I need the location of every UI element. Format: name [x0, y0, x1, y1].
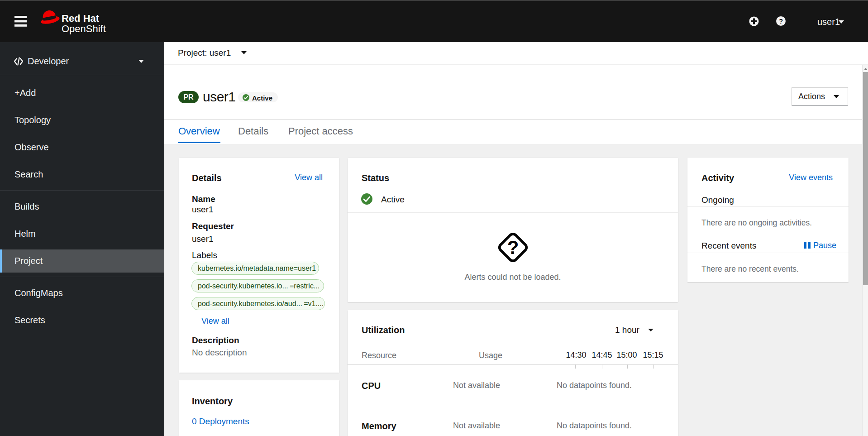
- svg-text:?: ?: [507, 237, 519, 258]
- svg-text:?: ?: [779, 17, 783, 25]
